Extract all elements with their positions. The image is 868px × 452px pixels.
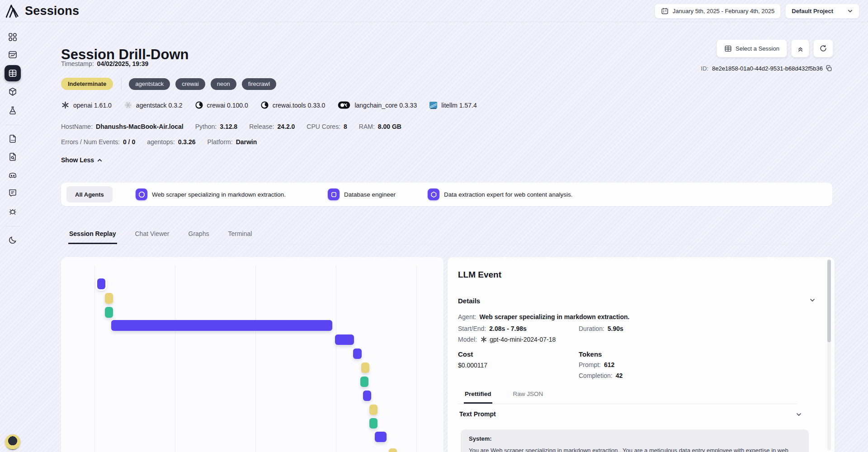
info-label: Errors / Num Events: xyxy=(61,138,120,146)
tab-raw-json[interactable]: Raw JSON xyxy=(512,391,544,404)
info-value: 3.12.8 xyxy=(220,123,237,130)
timestamp-label: Timestamp: xyxy=(61,60,94,67)
start-end-value: 2.08s - 7.98s xyxy=(489,325,527,332)
sidebar-divider xyxy=(5,226,20,226)
sidebar-item-project-window[interactable] xyxy=(8,50,17,59)
details-collapse-chevron-icon[interactable] xyxy=(809,297,816,303)
chevron-up-icon xyxy=(97,157,103,163)
model-value: gpt-4o-mini-2024-07-18 xyxy=(490,336,556,343)
gantt-gridline xyxy=(255,265,256,452)
project-selector-label: Default Project xyxy=(792,8,833,14)
gantt-bar-tool[interactable] xyxy=(105,307,113,318)
gantt-bar-tool[interactable] xyxy=(360,377,368,387)
llm-event-panel: LLM Event Details Agent: Web scraper spe… xyxy=(448,257,835,452)
scrollbar-thumb[interactable] xyxy=(827,260,831,342)
date-range-picker[interactable]: January 5th, 2025 - February 4th, 2025 xyxy=(655,4,781,19)
info-value: 8.00 GB xyxy=(378,123,401,130)
agent-chip-web-scraper[interactable]: Web scraper specializing in markdown ext… xyxy=(136,188,286,200)
package-label: openai 1.61.0 xyxy=(73,102,112,109)
agent-chip-database-engineer[interactable]: Database engineer xyxy=(328,188,396,200)
sidebar-item-sessions-table[interactable] xyxy=(5,65,21,81)
package-label: agentstack 0.3.2 xyxy=(136,102,183,109)
gantt-bar-tool[interactable] xyxy=(369,418,377,428)
start-end-row: Start/End: 2.08s - 7.98s xyxy=(458,325,527,332)
package-openai: openai 1.61.0 xyxy=(61,101,112,109)
session-tag: firecrawl xyxy=(242,78,276,90)
gantt-bar-action[interactable] xyxy=(369,405,377,415)
duration-label: Duration: xyxy=(579,325,604,332)
sidebar-item-feedback-chat[interactable] xyxy=(8,188,17,198)
gantt-bar-action[interactable] xyxy=(105,293,113,304)
tab-chat-viewer[interactable]: Chat Viewer xyxy=(134,227,170,244)
agent-blob-icon xyxy=(136,188,147,200)
gantt-bar-llm[interactable] xyxy=(375,432,387,442)
gantt-bar-llm[interactable] xyxy=(111,320,332,331)
package-label: crewai 0.100.0 xyxy=(207,102,248,109)
sidebar-item-grid-menu[interactable] xyxy=(8,33,17,42)
sidebar-item-discord[interactable] xyxy=(8,171,17,180)
sidebar-item-dark-mode-moon[interactable] xyxy=(8,235,17,245)
gantt-chart xyxy=(61,257,443,452)
tab-session-replay[interactable]: Session Replay xyxy=(68,227,117,244)
sidebar-item-evals-flask[interactable] xyxy=(8,106,17,115)
sidebar-item-package-cube[interactable] xyxy=(8,87,17,96)
openai-logo-icon xyxy=(480,336,487,343)
gantt-gridline xyxy=(94,265,95,452)
gantt-bar-action[interactable] xyxy=(361,363,369,373)
chevron-down-icon xyxy=(847,8,853,14)
packages-row: openai 1.61.0 agentstack 0.3.2 crewai 0.… xyxy=(61,101,489,109)
header-controls: January 5th, 2025 - February 4th, 2025 D… xyxy=(655,4,859,19)
gantt-bar-llm[interactable] xyxy=(363,391,371,401)
package-label: langchain_core 0.3.33 xyxy=(354,102,417,109)
all-agents-chip[interactable]: All Agents xyxy=(66,186,113,202)
event-title: LLM Event xyxy=(458,270,501,280)
session-tag: crewai xyxy=(175,78,205,90)
agent-chip-data-extraction[interactable]: Data extraction expert for web content a… xyxy=(428,188,572,200)
duration-value: 5.90s xyxy=(608,325,623,332)
agent-square-icon xyxy=(328,188,340,200)
completion-tokens-row: Completion: 42 xyxy=(579,372,623,379)
details-section-header: Details xyxy=(458,297,480,305)
app-header: Sessions January 5th, 2025 - February 4t… xyxy=(0,0,868,22)
info-value: 24.2.0 xyxy=(277,123,295,130)
gantt-gridline xyxy=(336,265,336,452)
event-panel-scrollbar[interactable] xyxy=(827,259,831,450)
project-selector[interactable]: Default Project xyxy=(785,4,859,19)
gantt-gridline xyxy=(175,265,175,452)
session-tag: agentstack xyxy=(129,78,170,90)
crewai-tools-logo-icon xyxy=(260,101,269,109)
calendar-icon xyxy=(661,7,669,15)
package-litellm: litellm 1.57.4 xyxy=(429,101,477,109)
sidebar-item-log-search-file[interactable] xyxy=(8,152,17,161)
copy-icon[interactable] xyxy=(826,65,832,72)
system-prompt-box: System: You are Web scraper specializing… xyxy=(461,429,809,452)
tab-prettified[interactable]: Prettified xyxy=(464,391,492,404)
completion-tokens-label: Completion: xyxy=(579,372,613,379)
agentops-logo-icon[interactable] xyxy=(5,3,21,19)
info-label: HostName: xyxy=(61,123,93,130)
sidebar-item-bug-report[interactable] xyxy=(8,207,17,216)
gantt-bar-llm[interactable] xyxy=(353,348,362,359)
session-id-label: ID: xyxy=(701,65,708,72)
text-prompt-collapse-chevron-icon[interactable] xyxy=(796,411,802,418)
gantt-bar-llm[interactable] xyxy=(97,278,105,289)
session-id-row: ID: 8e2e1858-01a0-44d2-9531-b68d432f5b36 xyxy=(701,65,832,72)
tab-terminal[interactable]: Terminal xyxy=(227,227,253,244)
collapse-header-button[interactable] xyxy=(791,39,809,57)
completion-tokens-value: 42 xyxy=(616,372,623,379)
info-value: Darwin xyxy=(236,138,257,146)
show-less-toggle[interactable]: Show Less xyxy=(61,156,103,164)
select-session-button[interactable]: Select a Session xyxy=(717,39,787,57)
user-avatar[interactable] xyxy=(5,434,20,450)
agent-chip-label: Web scraper specializing in markdown ext… xyxy=(152,191,286,198)
sidebar-item-docs-file[interactable] xyxy=(8,134,17,143)
gantt-bar-llm[interactable] xyxy=(335,334,354,345)
model-row: Model: gpt-4o-mini-2024-07-18 xyxy=(458,336,556,343)
package-agentstack: agentstack 0.3.2 xyxy=(124,101,183,109)
gantt-bar-action[interactable] xyxy=(389,448,397,452)
info-value: 0 / 0 xyxy=(123,138,135,146)
badges-row: Indeterminate agentstackcrewaineonfirecr… xyxy=(61,78,282,90)
agent-chip-label: Database engineer xyxy=(344,191,396,198)
refresh-button[interactable] xyxy=(813,39,833,57)
tab-graphs[interactable]: Graphs xyxy=(188,227,210,244)
